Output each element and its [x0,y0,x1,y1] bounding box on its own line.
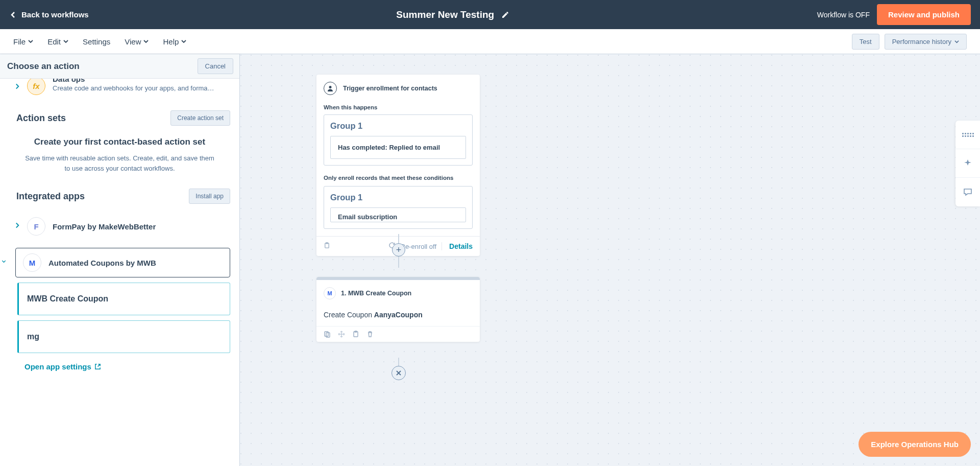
trigger-title: Trigger enrollment for contacts [343,85,437,92]
clipboard-icon[interactable] [352,331,359,338]
grid-icon [962,133,974,137]
trigger-condition-1[interactable]: Has completed: Replied to email [330,136,466,159]
back-label: Back to workflows [21,10,89,19]
explore-operations-hub-button[interactable]: Explore Operations Hub [859,432,971,457]
copy-icon[interactable] [324,331,331,338]
chevron-down-icon [2,258,6,267]
workflow-title: Summer New Testing [396,9,494,20]
create-action-set-button[interactable]: Create action set [170,110,230,126]
action-side-panel: Choose an action Cancel fx Data ops Crea… [0,54,240,466]
group-title: Group 1 [330,193,466,202]
panel-title: Choose an action [7,61,80,72]
chevron-down-icon [954,39,959,44]
action-card-body: Create Coupon AanyaCoupon [324,311,473,319]
main-area: Choose an action Cancel fx Data ops Crea… [0,54,980,466]
workflow-status: Workflow is OFF [817,11,870,19]
action-card-1[interactable]: M 1. MWB Create Coupon Create Coupon Aan… [316,277,480,342]
trigger-group-1[interactable]: Group 1 Has completed: Replied to email [324,114,473,166]
rail-comments-button[interactable] [955,178,980,206]
action-list: MWB Create Coupon mg [0,277,239,353]
panel-body: fx Data ops Create code and webhooks for… [0,79,239,466]
chevron-right-icon [15,83,20,92]
cancel-button[interactable]: Cancel [198,58,233,74]
top-right: Workflow is OFF Review and publish [817,4,971,25]
chevron-down-icon [63,39,68,44]
add-action-button[interactable]: + [392,243,405,257]
top-center: Summer New Testing [89,9,817,20]
app-name-formpay: FormPay by MakeWebBetter [53,222,156,231]
action-card-title: 1. MWB Create Coupon [341,290,411,297]
action-card-footer [316,326,480,342]
action-mwb-create-coupon[interactable]: MWB Create Coupon [17,283,230,315]
clipboard-icon[interactable] [324,242,330,251]
trigger-group-2[interactable]: Group 1 Email subscription [324,186,473,229]
panel-header: Choose an action Cancel [0,54,239,79]
review-publish-button[interactable]: Review and publish [877,4,971,25]
chevron-down-icon [28,39,33,44]
menu-file[interactable]: File [13,37,33,46]
open-app-settings-link[interactable]: Open app settings [0,362,239,371]
back-to-workflows-link[interactable]: Back to workflows [9,10,89,19]
comment-icon [963,188,972,197]
action-sets-title: Action sets [16,113,66,124]
test-button[interactable]: Test [852,34,879,50]
action-sets-header: Action sets Create action set [0,110,239,126]
category-title: Data ops [53,79,230,83]
category-desc: Create code and webhooks for your apps, … [53,84,216,92]
formpay-logo-icon: F [27,217,45,236]
svg-point-0 [329,86,332,88]
person-icon [324,82,337,95]
group-title: Group 1 [330,121,466,131]
fx-icon: fx [27,79,45,95]
when-label: When this happens [324,104,473,110]
rail-ai-button[interactable] [955,149,980,178]
chevron-down-icon [181,39,186,44]
edit-title-icon[interactable] [501,11,509,19]
mwb-logo-icon: M [324,287,336,299]
move-icon[interactable] [338,331,345,338]
mwb-logo-icon: M [23,253,41,272]
app-row-autocoupons[interactable]: M Automated Coupons by MWB [15,248,230,277]
menu-bar: File Edit Settings View Help Test Perfor… [0,29,980,54]
action-sets-headline: Create your first contact-based action s… [0,137,239,147]
trigger-details-link[interactable]: Details [442,242,473,250]
menu-left: File Edit Settings View Help [13,37,186,46]
install-app-button[interactable]: Install app [189,189,230,204]
menu-view[interactable]: View [125,37,149,46]
chevron-left-icon [9,11,17,19]
connector-line [398,257,399,268]
delete-icon[interactable] [366,331,374,338]
app-row-formpay[interactable]: F FormPay by MakeWebBetter [0,212,239,241]
menu-edit[interactable]: Edit [47,37,68,46]
integrated-apps-header: Integrated apps Install app [0,189,239,204]
menu-help[interactable]: Help [163,37,186,46]
reenroll-status: Re-enroll off [401,243,437,250]
app-name-autocoupons: Automated Coupons by MWB [48,259,156,267]
chevron-right-icon [15,222,20,231]
workflow-canvas[interactable]: Trigger enrollment for contacts When thi… [240,54,980,466]
menu-right: Test Performance history [852,34,967,50]
menu-settings[interactable]: Settings [83,37,110,46]
category-data-ops[interactable]: fx Data ops Create code and webhooks for… [0,79,239,95]
sparkle-icon [963,159,972,168]
only-enroll-label: Only enroll records that meet these cond… [324,175,473,181]
trigger-card[interactable]: Trigger enrollment for contacts When thi… [316,75,480,256]
integrated-apps-title: Integrated apps [16,191,85,202]
rail-minimap-button[interactable] [955,121,980,149]
external-link-icon [94,363,101,370]
chevron-down-icon [143,39,149,44]
right-rail [955,121,980,206]
trigger-condition-2[interactable]: Email subscription [330,207,466,222]
action-sets-desc: Save time with reusable action sets. Cre… [0,153,239,173]
action-mg[interactable]: mg [17,320,230,353]
delete-branch-button[interactable] [391,366,406,380]
performance-history-button[interactable]: Performance history [885,34,967,50]
top-bar: Back to workflows Summer New Testing Wor… [0,0,980,29]
